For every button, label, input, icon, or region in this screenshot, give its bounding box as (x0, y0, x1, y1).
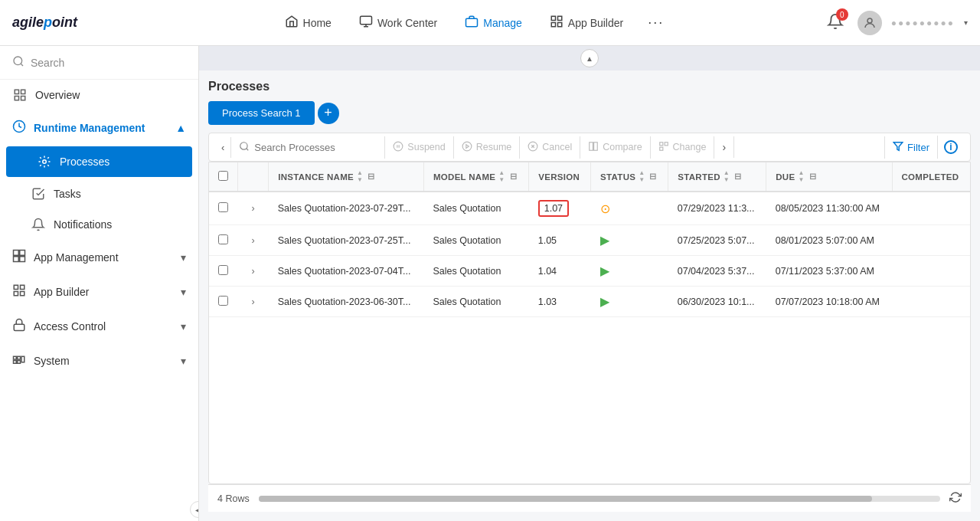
row-checkbox[interactable] (218, 296, 228, 306)
svg-rect-3 (466, 18, 478, 27)
sidebar-section-access-control[interactable]: Access Control ▾ (0, 309, 198, 343)
toolbar-next-button[interactable]: › (714, 136, 734, 158)
th-started-label: STARTED (678, 172, 720, 182)
resume-button[interactable]: Resume (454, 136, 521, 159)
toolbar-search[interactable] (231, 136, 385, 159)
cell-version: 1.05 (529, 225, 591, 256)
svg-rect-11 (15, 90, 18, 93)
due-sort-icons[interactable]: ▲ ▼ (798, 170, 804, 183)
th-model-name-label: MODEL NAME (433, 172, 495, 182)
cell-instance-name: Sales Quotation-2023-06-30T... (269, 287, 424, 317)
sidebar-item-processes[interactable]: Processes (6, 146, 192, 177)
row-expand-button[interactable]: › (247, 231, 260, 251)
app-builder-chevron-icon: ▾ (181, 286, 186, 298)
filter-button[interactable]: Filter (884, 136, 937, 159)
horizontal-scrollbar[interactable] (259, 496, 940, 502)
sidebar-section-app-builder[interactable]: App Builder ▾ (0, 274, 198, 309)
user-chevron-icon[interactable]: ▾ (964, 18, 968, 27)
briefcase-icon (465, 15, 479, 31)
cell-status: ▶ (591, 225, 668, 256)
resume-icon (462, 141, 472, 154)
sidebar-section-runtime[interactable]: Runtime Management ▲ (0, 110, 198, 145)
nav-workcenter[interactable]: Work Center (347, 8, 449, 37)
main-layout: Search Overview Runtime Management ▲ (0, 46, 980, 521)
due-filter-icon[interactable]: ⊟ (809, 172, 816, 182)
svg-rect-17 (14, 251, 19, 256)
notifications-button[interactable]: 0 (822, 8, 848, 37)
cell-completed (892, 287, 970, 317)
cell-version: 1.07 (529, 192, 591, 225)
compare-button[interactable]: Compare (580, 136, 650, 159)
sidebar-item-notifications-label: Notifications (54, 218, 112, 231)
table-footer: 4 Rows (208, 484, 971, 512)
cell-due: 07/07/2023 10:18:00 AM (766, 287, 892, 317)
sidebar-section-system[interactable]: System ▾ (0, 343, 198, 378)
sidebar-search[interactable]: Search (0, 46, 198, 80)
collapse-top-button[interactable]: ▲ (580, 49, 599, 67)
cell-model-name: Sales Quotation (423, 192, 528, 225)
toolbar-back-button[interactable]: ‹ (215, 137, 231, 158)
sort-up-icon: ▲ (357, 170, 363, 176)
refresh-icon (949, 491, 962, 503)
svg-rect-23 (14, 292, 18, 296)
svg-point-8 (867, 18, 872, 23)
resume-label: Resume (476, 142, 512, 152)
row-checkbox[interactable] (218, 202, 228, 212)
nav-manage[interactable]: Manage (452, 8, 534, 37)
svg-rect-5 (557, 16, 561, 20)
row-checkbox[interactable] (218, 265, 228, 275)
sidebar-item-overview[interactable]: Overview (0, 80, 198, 110)
row-expand-button[interactable]: › (247, 261, 260, 281)
th-model-name: MODEL NAME ▲ ▼ ⊟ (423, 162, 528, 192)
row-expand-button[interactable]: › (247, 292, 260, 312)
cell-version: 1.03 (529, 287, 591, 317)
toolbar: ‹ Suspend (208, 133, 971, 162)
model-name-sort-icons[interactable]: ▲ ▼ (498, 170, 505, 183)
svg-rect-19 (14, 257, 19, 262)
nav-home-label: Home (303, 17, 332, 29)
settings-icon (12, 352, 26, 369)
change-button[interactable]: Change (651, 136, 715, 159)
nav-appbuilder[interactable]: App Builder (537, 8, 635, 37)
refresh-button[interactable] (949, 491, 962, 506)
sidebar-section-app-management[interactable]: App Management ▾ (0, 240, 198, 274)
tab-add-button[interactable]: + (318, 103, 339, 124)
access-control-chevron-icon: ▾ (181, 320, 186, 333)
suspend-button[interactable]: Suspend (385, 136, 453, 159)
sidebar-item-tasks[interactable]: Tasks (0, 179, 198, 209)
svg-rect-21 (14, 285, 18, 289)
svg-rect-28 (14, 361, 17, 364)
tab-process-search-1[interactable]: Process Search 1 (208, 101, 315, 125)
cancel-icon (528, 141, 538, 154)
select-all-checkbox[interactable] (218, 171, 228, 181)
nav-more[interactable]: ··· (639, 8, 673, 37)
info-button[interactable]: i (937, 136, 964, 159)
svg-rect-45 (659, 147, 662, 150)
cell-instance-name: Sales Quotation-2023-07-25T... (269, 225, 424, 256)
instance-name-sort-icons[interactable]: ▲ ▼ (357, 170, 363, 183)
sidebar: Search Overview Runtime Management ▲ (0, 46, 199, 521)
monitor-icon (359, 15, 373, 31)
nav-home[interactable]: Home (273, 8, 344, 37)
search-processes-input[interactable] (254, 142, 377, 153)
status-sort-icons[interactable]: ▲ ▼ (639, 170, 645, 183)
cancel-button[interactable]: Cancel (520, 136, 580, 159)
user-avatar[interactable] (858, 11, 882, 35)
row-checkbox[interactable] (218, 234, 228, 244)
nav-right: 0 ●●●●●●●●● ▾ (822, 8, 968, 37)
th-started: STARTED ▲ ▼ ⊟ (668, 162, 766, 192)
sidebar-collapse-button[interactable]: ◀ (190, 501, 199, 518)
started-filter-icon[interactable]: ⊟ (734, 172, 741, 182)
started-sort-icons[interactable]: ▲ ▼ (724, 170, 730, 183)
processes-table-container: INSTANCE NAME ▲ ▼ ⊟ MO (208, 162, 971, 484)
svg-point-9 (14, 57, 22, 65)
version-highlighted: 1.07 (538, 200, 569, 217)
avatar-icon (863, 16, 877, 30)
sidebar-item-notifications[interactable]: Notifications (0, 209, 198, 240)
status-filter-icon[interactable]: ⊟ (649, 172, 656, 182)
compare-icon (588, 141, 599, 154)
row-expand-button[interactable]: › (247, 198, 260, 218)
model-name-filter-icon[interactable]: ⊟ (510, 172, 517, 182)
instance-name-filter-icon[interactable]: ⊟ (368, 172, 374, 182)
svg-rect-6 (551, 23, 555, 27)
